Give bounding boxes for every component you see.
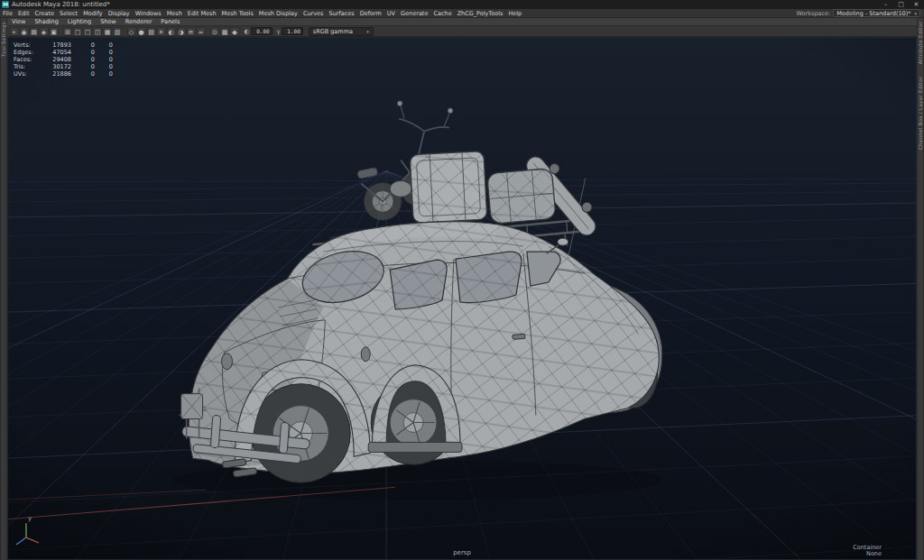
motion-blur-icon[interactable]: ≋ xyxy=(187,27,196,36)
hud-poly-row: UVs:2188600 xyxy=(14,70,113,78)
workspace-selector[interactable]: Modeling - Standard(10)* ▾ xyxy=(833,9,920,17)
menu-cache[interactable]: Cache xyxy=(430,9,454,18)
isolate-select-icon[interactable]: ⊙ xyxy=(210,27,219,36)
hud-poly-selected2: 0 xyxy=(95,56,113,63)
vignette-overlay xyxy=(8,38,916,559)
dock-tab-tool-settings[interactable]: Tool Settings xyxy=(1,22,6,57)
menu-curves[interactable]: Curves xyxy=(300,9,327,18)
exposure-field[interactable] xyxy=(251,27,273,35)
workspace-label: Workspace: xyxy=(797,10,831,17)
window-title: Autodesk Maya 2018: untitled* xyxy=(12,0,110,9)
camera-attributes-icon[interactable]: ▤ xyxy=(30,27,39,36)
hud-poly-total: 47054 xyxy=(37,49,71,56)
hud-poly-label: Faces: xyxy=(14,56,37,63)
image-plane-icon[interactable]: ▣ xyxy=(50,27,59,36)
menu-help[interactable]: Help xyxy=(505,9,524,18)
main-menus: FileEditCreateSelectModifyDisplayWindows… xyxy=(0,9,524,18)
hud-poly-label: Tris: xyxy=(14,63,37,70)
viewport-canvas[interactable]: y xyxy=(8,38,916,559)
view-transform-dropdown[interactable]: sRGB gamma ▾ xyxy=(309,27,374,36)
textured-mode-icon[interactable]: ▨ xyxy=(147,27,156,36)
film-gate-icon[interactable]: ▢ xyxy=(73,27,82,36)
wireframe-on-shaded-icon[interactable]: ◆ xyxy=(230,27,239,36)
menu-display[interactable]: Display xyxy=(106,9,133,18)
bookmarks-icon[interactable]: ◈ xyxy=(40,27,49,36)
menu-generate[interactable]: Generate xyxy=(398,9,430,18)
occlusion-icon[interactable]: ◑ xyxy=(177,27,186,36)
hud-poly-row: Edges:4705400 xyxy=(14,49,113,56)
hud-poly-total: 30172 xyxy=(37,63,71,70)
gamma-field[interactable] xyxy=(282,27,303,35)
left-dock-strip: Tool Settings xyxy=(0,18,7,560)
x-ray-icon[interactable]: ▩ xyxy=(220,27,229,36)
titlebar: M Autodesk Maya 2018: untitled* – □ ✕ xyxy=(0,0,924,9)
hud-poly-selected: 0 xyxy=(71,63,95,70)
panel-menu-renderer[interactable]: Renderer xyxy=(121,18,157,26)
field-chart-icon[interactable]: ▦ xyxy=(103,27,112,36)
gate-mask-icon[interactable]: ◫ xyxy=(93,27,102,36)
menu-zhcg-polytools[interactable]: ZhCG_PolyTools xyxy=(455,9,506,18)
menu-edit[interactable]: Edit xyxy=(15,9,32,18)
dock-tab-channel-box-layer-editor[interactable]: Channel Box / Layer Editor xyxy=(918,77,923,150)
menu-file[interactable]: File xyxy=(0,9,15,18)
main-menubar: FileEditCreateSelectModifyDisplayWindows… xyxy=(0,9,924,18)
anti-aliasing-icon[interactable]: ≈ xyxy=(197,27,206,36)
menu-deform[interactable]: Deform xyxy=(357,9,384,18)
close-button[interactable]: ✕ xyxy=(909,0,924,9)
hud-camera-name: persp xyxy=(8,549,916,556)
panel-toolbar: ⌖◉▤◈▣⊞▢□◫▦▥◇●▨☀◐◑≋≈⊙▩◆ ◐ γ sRGB gamma ▾ xyxy=(7,26,917,37)
panel-menu-panels[interactable]: Panels xyxy=(156,18,184,26)
menu-create[interactable]: Create xyxy=(32,9,57,18)
panel-menu-shading[interactable]: Shading xyxy=(30,18,62,26)
menu-windows[interactable]: Windows xyxy=(133,9,164,18)
panel-menubar: ViewShadingLightingShowRendererPanels xyxy=(7,18,917,26)
hud-poly-count: Verts:1789300Edges:4705400Faces:2940800T… xyxy=(14,41,113,78)
workspace-value: Modeling - Standard(10)* xyxy=(836,10,910,17)
hud-poly-total: 17893 xyxy=(37,41,71,49)
minimize-button[interactable]: – xyxy=(878,0,893,9)
panel-menu-lighting[interactable]: Lighting xyxy=(63,18,96,26)
menu-mesh[interactable]: Mesh xyxy=(164,9,185,18)
shadows-icon[interactable]: ◐ xyxy=(167,27,176,36)
select-camera-icon[interactable]: ⌖ xyxy=(10,27,19,36)
chevron-down-icon: ▾ xyxy=(914,11,917,16)
grid-icon[interactable]: ⊞ xyxy=(63,27,72,36)
menu-edit-mesh[interactable]: Edit Mesh xyxy=(185,9,219,18)
menu-select[interactable]: Select xyxy=(57,9,80,18)
menu-uv[interactable]: UV xyxy=(384,9,398,18)
svg-text:y: y xyxy=(28,515,32,522)
dock-tab-attribute-editor[interactable]: Attribute Editor xyxy=(918,22,923,64)
menu-mesh-display[interactable]: Mesh Display xyxy=(256,9,300,18)
hud-poly-total: 29408 xyxy=(37,56,71,63)
safe-action-icon[interactable]: ▥ xyxy=(113,27,122,36)
panel-menu-show[interactable]: Show xyxy=(96,18,121,26)
hud-poly-row: Tris:3017200 xyxy=(14,63,113,70)
hud-container-value: None xyxy=(853,551,882,557)
maximize-button[interactable]: □ xyxy=(893,0,909,9)
exposure-field-group: ◐ xyxy=(245,27,273,35)
view-transform-value: sRGB gamma xyxy=(313,28,353,35)
menu-modify[interactable]: Modify xyxy=(80,9,106,18)
hud-poly-selected2: 0 xyxy=(95,49,113,56)
hud-poly-selected: 0 xyxy=(71,70,95,78)
lock-camera-icon[interactable]: ◉ xyxy=(20,27,29,36)
hud-poly-row: Verts:1789300 xyxy=(14,41,113,49)
menu-surfaces[interactable]: Surfaces xyxy=(327,9,357,18)
hud-poly-label: UVs: xyxy=(14,70,37,78)
hud-poly-label: Edges: xyxy=(14,49,37,56)
maya-window: M Autodesk Maya 2018: untitled* – □ ✕ Fi… xyxy=(0,0,924,560)
hud-poly-selected: 0 xyxy=(71,56,95,63)
shaded-mode-icon[interactable]: ● xyxy=(137,27,146,36)
menu-mesh-tools[interactable]: Mesh Tools xyxy=(219,9,256,18)
gamma-field-group: γ xyxy=(277,27,303,35)
wireframe-icon[interactable]: ◇ xyxy=(127,27,136,36)
hud-poly-row: Faces:2940800 xyxy=(14,56,113,63)
viewport-3d-scene[interactable]: y Verts:1789300Edges:4705400Faces:294080… xyxy=(7,37,917,560)
resolution-gate-icon[interactable]: □ xyxy=(83,27,92,36)
hud-poly-selected2: 0 xyxy=(95,63,113,70)
lights-icon[interactable]: ☀ xyxy=(157,27,166,36)
panel-menu-view[interactable]: View xyxy=(7,18,30,26)
hud-poly-total: 21886 xyxy=(37,70,71,78)
hud-poly-selected: 0 xyxy=(71,49,95,56)
hud-poly-label: Verts: xyxy=(14,41,37,49)
